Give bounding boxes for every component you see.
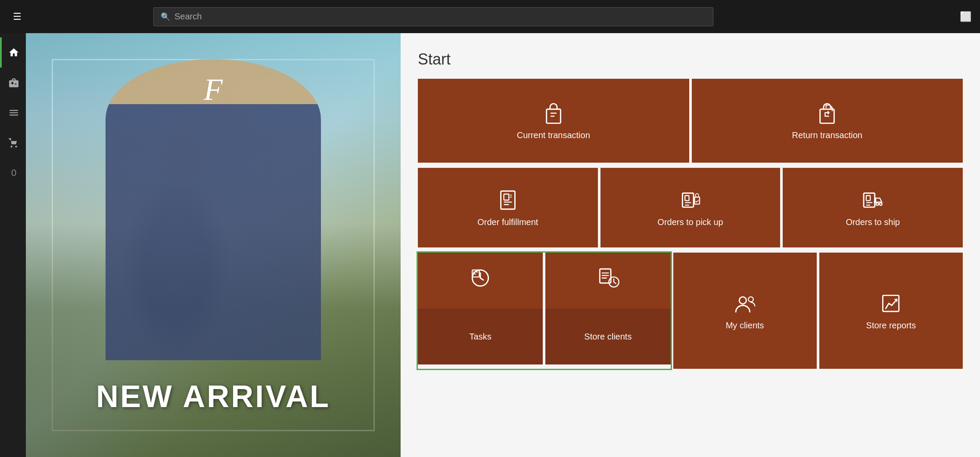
sidebar-item-products[interactable] bbox=[0, 68, 26, 98]
tile-row-1: Current transaction Return transaction bbox=[418, 79, 963, 163]
tile-orders-ship-label: Orders to ship bbox=[846, 217, 900, 227]
sidebar-item-counter[interactable]: 0 bbox=[0, 158, 26, 188]
start-panel: Start Current transaction bbox=[401, 33, 980, 457]
start-title: Start bbox=[418, 50, 963, 68]
svg-point-10 bbox=[880, 203, 882, 205]
my-clients-icon bbox=[733, 291, 757, 315]
report-clock-icon bbox=[596, 266, 620, 290]
sidebar-item-home[interactable] bbox=[0, 37, 26, 68]
svg-rect-3 bbox=[504, 194, 509, 200]
tile-tasks-icon[interactable] bbox=[418, 253, 543, 309]
tiles-container: Current transaction Return transaction bbox=[418, 79, 963, 371]
sidebar-item-menu[interactable] bbox=[0, 98, 26, 128]
menu-icon bbox=[8, 107, 19, 118]
main-content: 0 F NEW ARRIVAL Start C bbox=[0, 33, 980, 457]
tile-order-fulfillment[interactable]: Order fulfillment bbox=[418, 168, 598, 247]
svg-rect-5 bbox=[685, 196, 689, 201]
svg-point-15 bbox=[739, 296, 746, 303]
search-input[interactable] bbox=[174, 12, 706, 22]
tile-row-2: Order fulfillment Orders to pick up bbox=[418, 168, 963, 247]
hero-text: NEW ARRIVAL bbox=[26, 379, 401, 414]
tile-return-transaction[interactable]: Return transaction bbox=[692, 79, 963, 163]
topbar: ☰ 🔍 ⬜ bbox=[0, 0, 980, 33]
sidebar: 0 bbox=[0, 33, 26, 457]
tile-row-3: Tasks Store clients My c bbox=[418, 253, 963, 369]
search-icon: 🔍 bbox=[161, 12, 170, 22]
search-bar[interactable]: 🔍 bbox=[153, 7, 713, 26]
tile-store-clients[interactable]: Store clients bbox=[545, 309, 670, 364]
shopping-bag-icon bbox=[541, 101, 566, 125]
hero-logo: F bbox=[204, 72, 223, 108]
orders-pickup-icon bbox=[678, 188, 703, 212]
return-bag-icon bbox=[815, 101, 839, 125]
tile-store-reports-label: Store reports bbox=[866, 321, 916, 330]
tile-my-clients[interactable]: My clients bbox=[673, 253, 817, 369]
svg-point-9 bbox=[876, 203, 879, 205]
order-fulfillment-icon bbox=[496, 188, 520, 212]
svg-point-16 bbox=[748, 296, 753, 302]
tile-orders-pickup[interactable]: Orders to pick up bbox=[600, 168, 781, 247]
home-icon bbox=[8, 47, 19, 58]
tile-tasks[interactable]: Tasks bbox=[418, 309, 543, 364]
tasks-clock-icon bbox=[468, 266, 492, 290]
tile-store-clients-label: Store clients bbox=[584, 332, 632, 342]
svg-rect-8 bbox=[866, 196, 870, 201]
sidebar-item-cart[interactable] bbox=[0, 128, 26, 158]
svg-rect-6 bbox=[694, 197, 700, 204]
tile-current-transaction[interactable]: Current transaction bbox=[418, 79, 689, 163]
tile-row-3a bbox=[418, 253, 671, 309]
tile-store-clients-icon[interactable] bbox=[545, 253, 670, 309]
hamburger-menu[interactable]: ☰ bbox=[9, 11, 26, 22]
tile-row-3b: Tasks Store clients bbox=[418, 309, 671, 364]
counter-value: 0 bbox=[11, 167, 16, 179]
tile-orders-ship[interactable]: Orders to ship bbox=[783, 168, 963, 247]
tile-return-transaction-label: Return transaction bbox=[792, 130, 862, 140]
store-reports-icon bbox=[879, 291, 903, 315]
tile-my-clients-label: My clients bbox=[726, 321, 764, 330]
tile-orders-pickup-label: Orders to pick up bbox=[657, 217, 723, 227]
tile-store-reports[interactable]: Store reports bbox=[819, 253, 963, 369]
cart-icon bbox=[8, 137, 19, 148]
tile-current-transaction-label: Current transaction bbox=[517, 130, 590, 140]
products-icon bbox=[8, 77, 19, 88]
orders-ship-icon bbox=[861, 188, 885, 212]
bookmark-icon[interactable]: ⬜ bbox=[960, 11, 971, 22]
tile-order-fulfillment-label: Order fulfillment bbox=[477, 217, 538, 227]
tile-tasks-label: Tasks bbox=[470, 332, 492, 342]
hero-banner: F NEW ARRIVAL bbox=[26, 33, 401, 457]
highlighted-group: Tasks Store clients bbox=[418, 253, 671, 369]
svg-rect-17 bbox=[883, 295, 899, 311]
